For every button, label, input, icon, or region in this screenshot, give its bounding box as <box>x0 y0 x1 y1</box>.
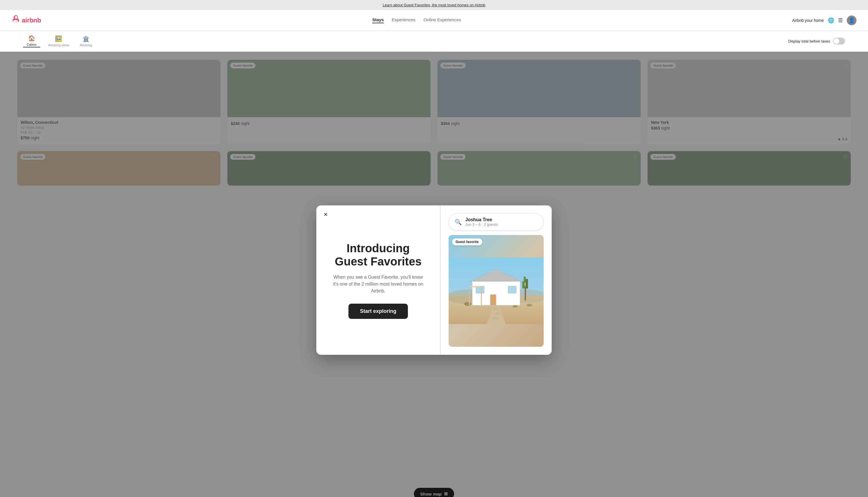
svg-point-19 <box>513 305 517 308</box>
search-location: Joshua Tree <box>465 217 498 222</box>
category-cabins[interactable]: 🏠 Cabins <box>23 35 40 47</box>
avatar-icon: 👤 <box>849 17 855 24</box>
modal-description: When you see a Guest Favorite, you'll kn… <box>331 274 426 295</box>
svg-rect-22 <box>481 286 482 305</box>
main-content: Guest favorite Wilton, Connecticut 42 mi… <box>0 52 868 497</box>
modal-title: Introducing Guest Favorites <box>335 242 421 268</box>
globe-icon[interactable]: 🌐 <box>828 17 834 24</box>
modal-right-panel: 🔍 Joshua Tree Jun 3 – 6 · 2 guests <box>441 205 552 355</box>
logo[interactable]: airbnb <box>12 15 41 26</box>
search-text: Joshua Tree Jun 3 – 6 · 2 guests <box>465 217 498 227</box>
logo-text: airbnb <box>22 17 41 24</box>
property-image: Guest favorite <box>448 235 544 347</box>
display-toggle-label: Display total before taxes <box>788 39 830 43</box>
svg-rect-16 <box>524 276 526 283</box>
svg-point-10 <box>494 308 499 310</box>
svg-rect-15 <box>526 279 528 288</box>
amazing-icon: 🏛️ <box>83 36 90 42</box>
airbnb-home-link[interactable]: Airbnb your home <box>792 18 824 23</box>
modal-left-panel: ✕ Introducing Guest Favorites When you s… <box>316 205 440 355</box>
svg-point-11 <box>495 312 500 315</box>
nav-experiences[interactable]: Experiences <box>392 17 416 23</box>
category-amazing-views[interactable]: 🖼️ Amazing views <box>48 36 69 47</box>
svg-rect-20 <box>469 286 482 287</box>
search-icon: 🔍 <box>455 218 462 226</box>
cabins-icon: 🏠 <box>28 35 35 42</box>
modal-close-button[interactable]: ✕ <box>321 210 330 219</box>
nav-online-experiences[interactable]: Online Experiences <box>424 17 461 23</box>
modal-overlay[interactable]: ✕ Introducing Guest Favorites When you s… <box>0 52 868 497</box>
search-details: Jun 3 – 6 · 2 guests <box>465 222 498 227</box>
logo-icon <box>12 15 20 26</box>
banner-link[interactable]: Learn about Guest Favorites, the most lo… <box>383 3 485 7</box>
property-guest-badge: Guest favorite <box>452 239 482 245</box>
amazing-views-label: Amazing views <box>48 43 69 47</box>
svg-rect-21 <box>469 286 470 305</box>
svg-point-17 <box>464 302 471 306</box>
header: airbnb Stays Experiences Online Experien… <box>0 10 868 31</box>
search-bar[interactable]: 🔍 Joshua Tree Jun 3 – 6 · 2 guests <box>448 213 544 230</box>
svg-rect-8 <box>508 286 516 293</box>
cabins-label: Cabins <box>27 43 36 46</box>
category-amazing[interactable]: 🏛️ Amazing <box>77 36 94 47</box>
display-toggle: Display total before taxes <box>788 38 845 44</box>
total-before-taxes-toggle[interactable] <box>833 38 845 44</box>
svg-point-12 <box>492 317 499 320</box>
amazing-views-icon: 🖼️ <box>55 36 62 42</box>
category-row: 🏠 Cabins 🖼️ Amazing views 🏛️ Amazing Dis… <box>0 31 868 52</box>
nav-stays[interactable]: Stays <box>372 17 384 23</box>
hamburger-icon[interactable]: ☰ <box>838 17 843 24</box>
avatar[interactable]: 👤 <box>847 15 856 25</box>
start-exploring-button[interactable]: Start exploring <box>349 304 408 319</box>
amazing-label: Amazing <box>80 43 92 47</box>
modal: ✕ Introducing Guest Favorites When you s… <box>316 205 552 355</box>
svg-rect-6 <box>490 295 496 305</box>
header-right: Airbnb your home 🌐 ☰ 👤 <box>792 15 856 25</box>
toggle-knob <box>834 38 839 44</box>
svg-point-18 <box>526 304 532 307</box>
main-nav: Stays Experiences Online Experiences <box>372 17 461 23</box>
top-banner: Learn about Guest Favorites, the most lo… <box>0 0 868 10</box>
